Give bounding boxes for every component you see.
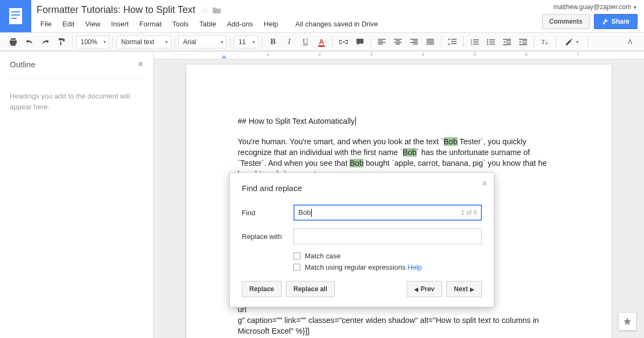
clear-formatting-icon[interactable]: Tx <box>537 35 552 49</box>
paint-format-icon[interactable] <box>54 35 69 49</box>
svg-point-5 <box>487 41 488 43</box>
editing-mode-icon[interactable]: ▾ <box>559 35 584 49</box>
numbered-list-icon[interactable]: 123 <box>467 35 482 49</box>
match-case-label: Match case <box>305 252 340 260</box>
undo-icon[interactable] <box>22 35 37 49</box>
close-outline-icon[interactable]: × <box>137 59 143 70</box>
document-title[interactable]: Formatter Tutorials: How to Split Text <box>36 4 195 16</box>
account-email[interactable]: matthew.guay@zapier.com▼ <box>554 3 638 11</box>
comment-icon[interactable] <box>352 35 367 49</box>
svg-text:3: 3 <box>471 43 472 45</box>
menu-help[interactable]: Help <box>259 18 283 30</box>
dialog-title: Find and replace <box>242 184 482 193</box>
ruler[interactable]: · · · · · · · 1 2 3 4 5 6 7 <box>153 51 644 59</box>
decrease-indent-icon[interactable] <box>499 35 514 49</box>
find-replace-dialog: × Find and replace Find Bob 1 of 8 Repla… <box>229 172 494 307</box>
align-left-icon[interactable] <box>374 35 389 49</box>
zoom-select[interactable]: 100% <box>76 36 109 48</box>
line-spacing-icon[interactable] <box>445 35 460 49</box>
bold-button[interactable]: B <box>265 35 281 49</box>
menu-table[interactable]: Table <box>194 18 221 30</box>
share-button[interactable]: Share <box>594 14 638 29</box>
regex-help-link[interactable]: Help <box>408 263 422 271</box>
regex-label: Match using regular expressions Help <box>305 263 422 271</box>
toolbar: 100% Normal text Arial 11 B I U A 123 Tx… <box>0 32 644 51</box>
prev-button[interactable]: ◀Prev <box>407 281 442 297</box>
svg-point-4 <box>487 39 488 40</box>
highlight-match: Bob <box>403 148 417 157</box>
star-icon[interactable]: ☆ <box>201 5 208 15</box>
print-icon[interactable] <box>5 35 20 49</box>
italic-button[interactable]: I <box>282 35 297 49</box>
menu-file[interactable]: File <box>36 18 57 30</box>
text-color-button[interactable]: A <box>314 35 329 49</box>
indent-marker-icon[interactable] <box>221 55 227 58</box>
svg-text:x: x <box>545 40 548 46</box>
find-label: Find <box>242 209 293 217</box>
menu-view[interactable]: View <box>80 18 105 30</box>
match-count: 1 of 8 <box>461 209 477 216</box>
underline-button[interactable]: U <box>298 35 313 49</box>
font-select[interactable]: Arial <box>178 36 227 48</box>
replace-all-button[interactable]: Replace all <box>286 281 335 297</box>
menu-format[interactable]: Format <box>135 18 166 30</box>
svg-text:T: T <box>541 38 545 46</box>
menu-addons[interactable]: Add-ons <box>222 18 257 30</box>
align-justify-icon[interactable] <box>423 35 438 49</box>
menu-insert[interactable]: Insert <box>106 18 134 30</box>
outline-empty-text: Headings you add to the document will ap… <box>10 79 143 112</box>
replace-input[interactable] <box>293 228 482 244</box>
increase-indent-icon[interactable] <box>515 35 530 49</box>
replace-button[interactable]: Replace <box>242 281 282 297</box>
bulleted-list-icon[interactable] <box>483 35 498 49</box>
folder-icon[interactable] <box>213 6 221 13</box>
docs-logo[interactable] <box>0 0 31 32</box>
outline-panel: Outline × Headings you add to the docume… <box>0 51 153 338</box>
paragraph-style-select[interactable]: Normal text <box>116 36 171 48</box>
menu-tools[interactable]: Tools <box>167 18 193 30</box>
align-right-icon[interactable] <box>407 35 422 49</box>
replace-label: Replace with <box>242 233 293 241</box>
close-dialog-icon[interactable]: × <box>481 178 487 189</box>
regex-checkbox[interactable] <box>293 264 300 271</box>
match-case-checkbox[interactable] <box>293 252 300 259</box>
outline-title: Outline <box>10 60 36 69</box>
menu-edit[interactable]: Edit <box>58 18 79 30</box>
svg-rect-0 <box>603 22 605 24</box>
heading-text: ## How to Split Text Automatically <box>238 116 560 126</box>
find-input[interactable]: Bob 1 of 8 <box>293 205 482 221</box>
collapse-toolbar-icon[interactable]: ᐱ <box>622 35 638 49</box>
align-center-icon[interactable] <box>390 35 405 49</box>
next-button[interactable]: Next▶ <box>446 281 482 297</box>
font-size-select[interactable]: 11 <box>234 36 258 48</box>
link-icon[interactable] <box>336 35 351 49</box>
highlight-match: Bob <box>349 159 363 167</box>
svg-point-6 <box>487 43 488 45</box>
highlight-match: Bob <box>444 137 458 146</box>
save-status: All changes saved in Drive <box>291 18 383 30</box>
redo-icon[interactable] <box>38 35 53 49</box>
comments-button[interactable]: Comments <box>542 14 590 29</box>
explore-button[interactable] <box>618 312 636 330</box>
